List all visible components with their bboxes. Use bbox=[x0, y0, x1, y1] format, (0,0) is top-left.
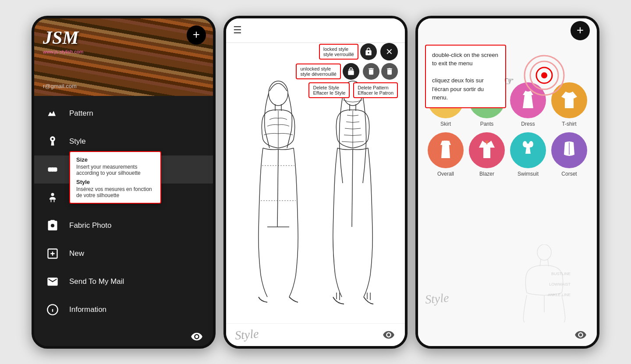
style-watermark-3: Style bbox=[425, 290, 450, 307]
new-icon bbox=[45, 246, 60, 262]
svg-point-32 bbox=[523, 141, 527, 147]
style-watermark: Style bbox=[234, 327, 259, 343]
fabric-photo-label: Fabric Photo bbox=[69, 221, 111, 230]
delete-pattern-fr: Effacer le Patron bbox=[358, 90, 393, 95]
corset-label: Corset bbox=[561, 171, 577, 177]
sidebar-item-new[interactable]: New bbox=[34, 240, 213, 268]
clothing-item-corset[interactable]: Corset bbox=[551, 132, 587, 177]
dress-label: Dress bbox=[521, 121, 535, 127]
tooltip-title2: Style bbox=[76, 179, 154, 185]
header-area: JSM www.js-stylish.com r@gmail.com + bbox=[34, 18, 213, 96]
delete-pattern-popup: Delete Pattern Effacer le Patron bbox=[353, 82, 398, 98]
blazer-label: Blazer bbox=[479, 171, 494, 177]
sidebar-item-pattern[interactable]: Pattern bbox=[34, 99, 213, 127]
style-icon bbox=[45, 134, 60, 149]
body-figure-area: BUSTLINE LOWWAIST ANKLE LINE Style bbox=[418, 205, 597, 323]
plus-icon-3: + bbox=[577, 24, 584, 36]
trash-icon-button[interactable] bbox=[363, 63, 379, 80]
delete-style-fr: Effacer le Style bbox=[313, 90, 345, 95]
navigation-list: Pattern Style Size ☞ bbox=[34, 96, 213, 327]
size-icon bbox=[45, 162, 60, 177]
eye-icon-3[interactable] bbox=[573, 327, 588, 342]
pattern-icon bbox=[45, 106, 60, 121]
clothing-item-swimsuit[interactable]: Swimsuit bbox=[510, 132, 546, 177]
phone-3: + double-click on the screen to exit the… bbox=[415, 16, 599, 349]
instruction-text-en: double-click on the screen to exit the m… bbox=[432, 51, 499, 68]
overall-circle bbox=[428, 132, 464, 168]
phone2-bottom-bar: Style bbox=[226, 323, 405, 346]
skirt-label: Skirt bbox=[440, 121, 451, 127]
phone-1: JSM www.js-stylish.com r@gmail.com + Pat… bbox=[32, 16, 216, 349]
logo-url: www.js-stylish.com bbox=[43, 49, 83, 54]
swimsuit-label: Swimsuit bbox=[518, 171, 539, 177]
svg-point-11 bbox=[269, 81, 288, 106]
sidebar-item-size[interactable]: Size ☞ Size Insert your measurements acc… bbox=[34, 155, 213, 184]
model-icon bbox=[45, 190, 60, 205]
svg-point-4 bbox=[51, 193, 54, 196]
sidebar-item-fabric-photo[interactable]: Fabric Photo bbox=[34, 212, 213, 240]
app-logo: JSM bbox=[43, 27, 83, 48]
body-silhouette bbox=[509, 244, 579, 323]
user-email: r@gmail.com bbox=[43, 83, 77, 89]
phone2-topbar: ☰ bbox=[226, 18, 405, 43]
svg-point-35 bbox=[537, 244, 551, 260]
clothing-item-overall[interactable]: Overall bbox=[428, 132, 464, 177]
close-button[interactable]: ✕ bbox=[380, 43, 398, 60]
size-tooltip: Size Insert your measurements according … bbox=[69, 151, 161, 204]
locked-style-popup: locked style style verrouillé bbox=[319, 44, 358, 60]
phone1-bottom-bar bbox=[34, 327, 213, 346]
style-label: Style bbox=[69, 137, 86, 146]
trash2-icon-button[interactable] bbox=[381, 63, 398, 80]
logo-area: JSM www.js-stylish.com bbox=[43, 27, 83, 54]
new-label: New bbox=[69, 249, 84, 258]
finger-pointer-icon-3: ☞ bbox=[504, 74, 514, 88]
overall-label: Overall bbox=[437, 171, 454, 177]
pattern-label: Pattern bbox=[69, 109, 93, 118]
info-icon bbox=[45, 302, 60, 318]
fashion-figure-back bbox=[320, 78, 386, 319]
blazer-circle bbox=[469, 132, 505, 168]
hamburger-menu[interactable]: ☰ bbox=[233, 25, 242, 36]
mail-icon bbox=[45, 274, 60, 290]
send-mail-label: Send To My Mail bbox=[69, 277, 124, 286]
plus-icon: + bbox=[193, 28, 200, 41]
delete-pattern-en: Delete Pattern bbox=[358, 85, 393, 90]
sidebar-item-send-mail[interactable]: Send To My Mail bbox=[34, 268, 213, 296]
svg-point-33 bbox=[529, 141, 533, 147]
sidebar-item-information[interactable]: Information bbox=[34, 296, 213, 324]
target-circle bbox=[522, 53, 566, 97]
phone3-topbar: + bbox=[418, 18, 597, 43]
eye-icon-2[interactable] bbox=[381, 327, 396, 342]
tooltip-body1: Insert your measurements according to yo… bbox=[76, 164, 154, 176]
svg-line-15 bbox=[277, 149, 278, 227]
context-menu-area: locked style style verrouillé ✕ unlocked… bbox=[296, 43, 398, 98]
delete-style-popup: Delete Style Effacer le Style bbox=[308, 82, 350, 98]
unlocked-style-popup: unlocked style style déverrouillé bbox=[296, 64, 341, 79]
unlocked-style-en: unlocked style bbox=[300, 66, 337, 71]
fashion-figure-front bbox=[245, 78, 311, 319]
locked-style-fr: style verrouillé bbox=[323, 52, 354, 57]
lock-icon-button[interactable] bbox=[360, 43, 377, 60]
instruction-text-fr: cliquez deux fois sur l'écran pour sorti… bbox=[432, 76, 499, 102]
unlocked-style-fr: style déverrouillé bbox=[300, 71, 337, 77]
svg-point-28 bbox=[542, 73, 547, 78]
tooltip-title1: Size bbox=[76, 156, 154, 163]
camera-icon bbox=[45, 218, 60, 233]
information-label: Information bbox=[69, 305, 106, 314]
add-button-3[interactable]: + bbox=[571, 21, 590, 40]
delete-style-en: Delete Style bbox=[313, 85, 345, 90]
clothing-row-2: Overall Blazer Swimsuit bbox=[425, 132, 590, 177]
unlock-icon-button[interactable] bbox=[343, 63, 359, 80]
swimsuit-circle bbox=[510, 132, 546, 168]
phone3-bottom-bar bbox=[418, 323, 597, 346]
svg-rect-31 bbox=[443, 141, 448, 143]
locked-style-en: locked style bbox=[323, 46, 354, 52]
tshirt-label: T-shirt bbox=[562, 121, 576, 127]
eye-icon[interactable] bbox=[189, 329, 204, 344]
clothing-item-blazer[interactable]: Blazer bbox=[469, 132, 505, 177]
phone-2: ☰ locked style style verrouillé ✕ unlock… bbox=[223, 16, 408, 349]
add-button[interactable]: + bbox=[187, 25, 206, 45]
corset-circle bbox=[551, 132, 587, 168]
instruction-popup: double-click on the screen to exit the m… bbox=[425, 45, 506, 108]
svg-line-24 bbox=[352, 149, 353, 227]
